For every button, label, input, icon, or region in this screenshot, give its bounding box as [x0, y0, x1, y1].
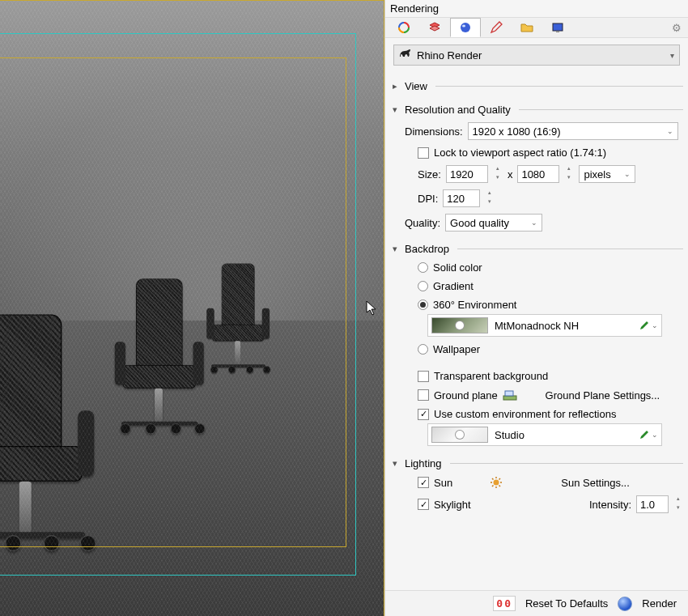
- panel-toolbar: ⚙: [385, 17, 688, 38]
- tab-layers-icon[interactable]: [419, 18, 450, 37]
- sun-icon: [490, 476, 503, 489]
- svg-line-13: [499, 486, 501, 487]
- dpi-spinner[interactable]: ▴▾: [485, 189, 495, 207]
- panel-scroll[interactable]: ▸ View ▾ Resolution and Quality Dimensio…: [385, 69, 688, 590]
- chevron-down-icon: ▾: [390, 458, 400, 469]
- environment-thumbnail: [431, 317, 488, 333]
- section-lighting-header[interactable]: ▾ Lighting: [390, 457, 683, 469]
- viewport-3d[interactable]: [0, 0, 384, 616]
- quality-dropdown[interactable]: Good quality ⌄: [445, 214, 542, 232]
- units-dropdown[interactable]: pixels ⌄: [579, 165, 635, 183]
- height-input[interactable]: 1080: [517, 165, 559, 183]
- custom-env-checkbox[interactable]: ✓: [418, 409, 429, 420]
- dpi-input[interactable]: 120: [443, 189, 480, 207]
- section-resolution-header[interactable]: ▾ Resolution and Quality: [390, 104, 683, 116]
- lock-aspect-checkbox[interactable]: [418, 147, 429, 159]
- tab-pencil-icon[interactable]: [481, 18, 512, 37]
- backdrop-wallpaper-radio[interactable]: [418, 344, 428, 355]
- renderer-name: Rhino Render: [417, 49, 482, 62]
- ground-plane-checkbox[interactable]: [418, 389, 429, 401]
- width-spinner[interactable]: ▴▾: [493, 165, 503, 183]
- safe-frame-inner: [0, 57, 346, 547]
- svg-line-15: [492, 486, 494, 487]
- intensity-input[interactable]: 1.0: [636, 495, 669, 513]
- chevron-right-icon: ▸: [390, 81, 400, 91]
- renderer-dropdown[interactable]: Rhino Render ▾: [393, 45, 680, 66]
- chevron-down-icon: ⌄: [531, 219, 537, 227]
- skylight-checkbox[interactable]: ✓: [418, 499, 429, 510]
- render-sphere-icon: [618, 597, 632, 611]
- section-lighting-label: Lighting: [405, 457, 442, 469]
- svg-rect-6: [505, 391, 513, 396]
- svg-line-14: [499, 478, 501, 480]
- edit-environment-icon[interactable]: ⌄: [639, 320, 658, 331]
- svg-rect-5: [503, 396, 516, 400]
- reset-defaults-button[interactable]: Reset To Defaults: [520, 597, 613, 610]
- svg-line-12: [492, 478, 494, 480]
- section-view-label: View: [405, 80, 427, 92]
- panel-settings-gear-icon[interactable]: ⚙: [669, 22, 685, 34]
- reflection-env-picker[interactable]: Studio ⌄: [427, 423, 662, 446]
- chevron-down-icon: ▾: [670, 51, 674, 60]
- svg-point-7: [494, 480, 499, 486]
- sun-settings-button[interactable]: Sun Settings...: [508, 477, 683, 489]
- environment-picker[interactable]: MtMonadnock NH ⌄: [427, 314, 662, 337]
- cursor-icon: [366, 300, 377, 316]
- ground-plane-icon: [503, 389, 517, 401]
- svg-rect-4: [556, 31, 559, 32]
- lock-aspect-label: Lock to viewport aspect ratio (1.74:1): [434, 147, 606, 159]
- intensity-label: Intensity:: [589, 499, 631, 511]
- section-view-header[interactable]: ▸ View: [390, 80, 683, 92]
- rendering-panel: Rendering ⚙ Rhino Render ▾ ▸ View ▾ Reso…: [384, 0, 688, 616]
- backdrop-gradient-radio[interactable]: [418, 281, 428, 291]
- section-backdrop-header[interactable]: ▾ Backdrop: [390, 243, 683, 255]
- tab-materials-icon[interactable]: [389, 18, 419, 37]
- backdrop-solid-radio[interactable]: [418, 262, 428, 273]
- svg-point-1: [461, 23, 470, 32]
- chevron-down-icon: ⌄: [624, 170, 631, 178]
- transparent-bg-checkbox[interactable]: [418, 371, 429, 382]
- tab-folder-icon[interactable]: [512, 18, 542, 37]
- sun-checkbox[interactable]: ✓: [418, 477, 429, 488]
- backdrop-360-radio[interactable]: [418, 300, 428, 310]
- quality-label: Quality:: [405, 217, 440, 229]
- dimensions-dropdown[interactable]: 1920 x 1080 (16:9) ⌄: [468, 122, 678, 140]
- tab-display-icon[interactable]: [542, 18, 573, 37]
- edit-reflection-env-icon[interactable]: ⌄: [639, 429, 658, 440]
- svg-rect-3: [553, 23, 563, 31]
- ground-plane-settings-button[interactable]: Ground Plane Settings...: [522, 389, 683, 401]
- chevron-down-icon: ▾: [390, 104, 400, 115]
- render-button[interactable]: Render: [637, 597, 682, 610]
- svg-point-2: [462, 25, 465, 28]
- width-input[interactable]: 1920: [446, 165, 488, 183]
- chevron-down-icon: ▾: [390, 244, 400, 254]
- height-spinner[interactable]: ▴▾: [564, 165, 574, 183]
- panel-footer: 00 Reset To Defaults Render: [385, 590, 688, 616]
- section-resolution-label: Resolution and Quality: [405, 104, 511, 116]
- reflection-env-thumbnail: [431, 427, 488, 443]
- dimensions-label: Dimensions:: [405, 125, 463, 138]
- panel-title: Rendering: [385, 0, 688, 17]
- rhino-icon: [399, 48, 412, 63]
- section-backdrop-label: Backdrop: [405, 243, 449, 255]
- chevron-down-icon: ⌄: [667, 127, 673, 135]
- intensity-spinner[interactable]: ▴▾: [673, 495, 683, 513]
- dpi-label: DPI:: [418, 193, 438, 205]
- size-label: Size:: [418, 168, 441, 181]
- render-counter: 00: [493, 596, 516, 611]
- tab-render-icon[interactable]: [450, 18, 481, 37]
